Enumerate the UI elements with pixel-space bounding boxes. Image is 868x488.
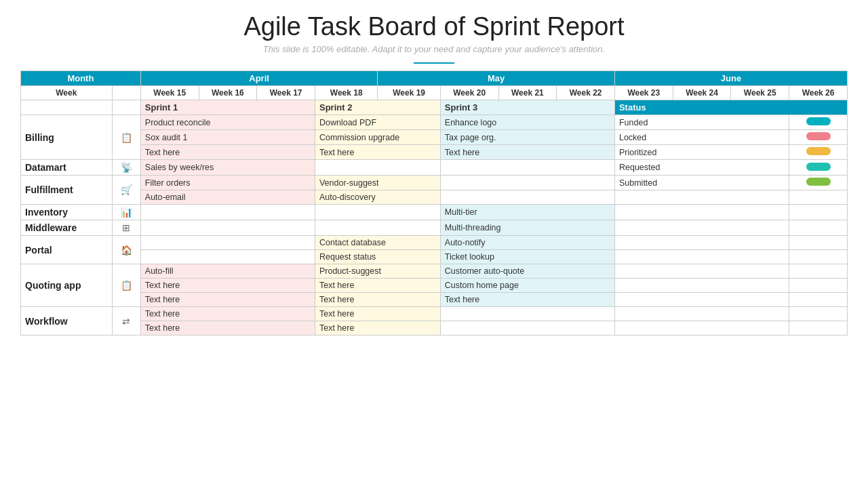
row-label-portal: Portal (21, 236, 113, 264)
row-label-middleware: Middleware (21, 220, 113, 236)
week24: Week 24 (673, 86, 731, 100)
table-row: Text hereText hereText here (21, 293, 848, 307)
s2-cell: Text here (315, 307, 440, 321)
badge-cell (789, 190, 848, 205)
s3-cell: Text here (440, 145, 614, 160)
sprint-empty2 (112, 100, 140, 115)
status-cell (614, 205, 789, 220)
week25: Week 25 (731, 86, 789, 100)
week-label: Week (21, 86, 113, 100)
s3-cell: Enhance logo (440, 115, 614, 130)
s3-cell (440, 307, 614, 321)
week-header-row: Week Week 15 Week 16 Week 17 Week 18 Wee… (21, 86, 848, 100)
week18: Week 18 (315, 86, 377, 100)
status-cell (614, 250, 789, 264)
s1-cell: Filter orders (140, 176, 315, 190)
badge-cell (789, 205, 848, 220)
status-cell (614, 190, 789, 205)
s3-cell: Text here (440, 293, 614, 307)
badge-cell (789, 321, 848, 336)
s2-cell: Download PDF (315, 115, 440, 130)
s3-cell (440, 176, 614, 190)
may-header: May (378, 71, 615, 86)
page-subtitle: This slide is 100% editable. Adapt it to… (263, 44, 605, 54)
s3-cell: Auto-notify (440, 236, 614, 250)
row-icon-workflow: ⇄ (112, 307, 140, 336)
row-label-fulfillment: Fulfillment (21, 176, 113, 205)
badge-cell (789, 307, 848, 321)
s3-cell (440, 321, 614, 336)
sprint1-header: Sprint 1 (140, 100, 315, 115)
s2-cell (315, 160, 440, 176)
s3-cell: Custom home page (440, 279, 614, 293)
badge-cell (789, 220, 848, 236)
sprint-header-row: Sprint 1 Sprint 2 Sprint 3 Status (21, 100, 848, 115)
s1-cell: Auto-email (140, 190, 315, 205)
row-icon-middleware: ⊞ (112, 220, 140, 236)
s2-cell: Text here (315, 279, 440, 293)
badge-cell (789, 176, 848, 190)
week26: Week 26 (789, 86, 848, 100)
s3-cell: Multi-threading (440, 220, 614, 236)
s1-cell: Text here (140, 321, 315, 336)
status-cell: Submitted (614, 176, 789, 190)
table-row: Request statusTicket lookup (21, 250, 848, 264)
status-cell (614, 236, 789, 250)
s3-cell: Tax page org. (440, 130, 614, 145)
status-cell (614, 264, 789, 279)
status-badge (806, 163, 831, 171)
week15: Week 15 (140, 86, 199, 100)
row-label-datamart: Datamart (21, 160, 113, 176)
status-badge (806, 117, 831, 125)
month-label: Month (21, 71, 141, 86)
s2-cell (315, 205, 440, 220)
sprint3-header: Sprint 3 (440, 100, 614, 115)
week17: Week 17 (257, 86, 315, 100)
table-row: Text hereText here (21, 321, 848, 336)
table-row: Billing📋Product reconcileDownload PDFEnh… (21, 115, 848, 130)
row-icon-fulfillment: 🛒 (112, 176, 140, 205)
row-icon-quoting-app: 📋 (112, 264, 140, 307)
status-cell (614, 293, 789, 307)
s3-cell: Customer auto-quote (440, 264, 614, 279)
status-cell: Prioritized (614, 145, 789, 160)
status-header: Status (614, 100, 847, 115)
badge-cell (789, 250, 848, 264)
status-cell: Funded (614, 115, 789, 130)
table-row: Auto-emailAuto-discovery (21, 190, 848, 205)
status-badge (806, 178, 831, 186)
week20: Week 20 (440, 86, 498, 100)
table-row: Fulfillment🛒Filter ordersVendor-suggestS… (21, 176, 848, 190)
status-cell (614, 279, 789, 293)
badge-cell (789, 130, 848, 145)
s1-cell (140, 220, 315, 236)
s1-cell (140, 236, 315, 250)
s3-cell: Multi-tier (440, 205, 614, 220)
table-row: Text hereText hereCustom home page (21, 279, 848, 293)
row-icon-inventory: 📊 (112, 205, 140, 220)
sprint2-header: Sprint 2 (315, 100, 440, 115)
badge-cell (789, 293, 848, 307)
status-cell: Requested (614, 160, 789, 176)
s1-cell (140, 250, 315, 264)
s1-cell: Text here (140, 293, 315, 307)
table-row: Workflow⇄Text hereText here (21, 307, 848, 321)
sprint-empty1 (21, 100, 113, 115)
row-icon-billing: 📋 (112, 115, 140, 160)
status-cell (614, 307, 789, 321)
row-label-quoting-app: Quoting app (21, 264, 113, 307)
s2-cell: Text here (315, 293, 440, 307)
table-row: Inventory📊Multi-tier (21, 205, 848, 220)
s1-cell: Text here (140, 279, 315, 293)
s1-cell: Text here (140, 145, 315, 160)
s1-cell: Product reconcile (140, 115, 315, 130)
month-header-row: Month April May June (21, 71, 848, 86)
page-title: Agile Task Board of Sprint Report (243, 12, 624, 41)
badge-cell (789, 160, 848, 176)
status-cell (614, 220, 789, 236)
table-row: Datamart📡Sales by week/resRequested (21, 160, 848, 176)
s1-cell (140, 205, 315, 220)
s2-cell: Text here (315, 321, 440, 336)
s2-cell: Product-suggest (315, 264, 440, 279)
row-label-inventory: Inventory (21, 205, 113, 220)
